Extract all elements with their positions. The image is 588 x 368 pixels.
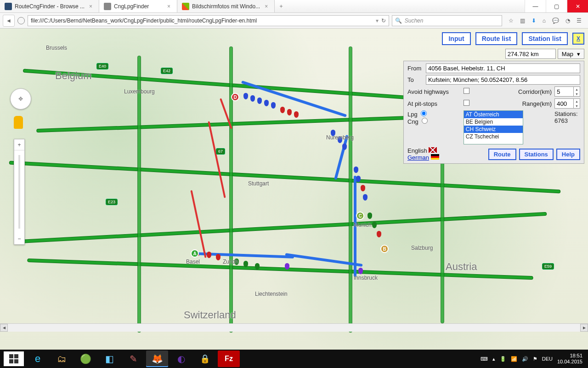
- city-label: Basel: [186, 259, 200, 265]
- country-option[interactable]: AT Österreich: [464, 111, 523, 118]
- search-icon: 🔍: [395, 17, 402, 24]
- help-button[interactable]: Help: [556, 149, 580, 160]
- lpg-radio[interactable]: [421, 110, 427, 116]
- tray-up-icon[interactable]: ▴: [492, 356, 495, 362]
- page-content: A B C D Belgium Switzerland Austria Brus…: [0, 29, 588, 350]
- address-bar[interactable]: file:///C:/Users/Bernd/NetBeans_work/Cng…: [28, 15, 389, 26]
- back-button[interactable]: ◄: [3, 15, 15, 27]
- waypoint-c[interactable]: C: [356, 212, 364, 220]
- city-label: Salzburg: [411, 245, 433, 251]
- english-link[interactable]: English: [407, 147, 427, 154]
- maximize-button[interactable]: ▢: [546, 0, 567, 12]
- map-type-select[interactable]: Map ▾: [558, 49, 584, 59]
- country-option[interactable]: CH Schweiz: [464, 126, 523, 133]
- corridor-stepper[interactable]: ▲▼: [554, 86, 580, 97]
- browser-tab[interactable]: CngLpgFinder ×: [99, 0, 177, 12]
- corridor-input[interactable]: [555, 87, 573, 96]
- browser-tab[interactable]: RouteCngFinder - Browse ... ×: [0, 0, 99, 12]
- route-list-button[interactable]: Route list: [475, 32, 518, 45]
- zoom-out-button[interactable]: −: [14, 233, 24, 244]
- reader-icon[interactable]: ▥: [520, 17, 525, 24]
- url-text: file:///C:/Users/Bernd/NetBeans_work/Cng…: [31, 17, 257, 24]
- waypoint-a[interactable]: A: [191, 249, 199, 258]
- language-indicator[interactable]: DEU: [542, 356, 553, 362]
- from-input[interactable]: [426, 63, 580, 73]
- cng-label: Cng: [407, 118, 418, 125]
- dropdown-icon[interactable]: ▾: [376, 17, 379, 24]
- route-button[interactable]: Route: [488, 149, 516, 160]
- station-list-button[interactable]: Station list: [522, 32, 568, 45]
- taskbar-app-firefox[interactable]: 🦊: [146, 351, 168, 367]
- close-icon[interactable]: ×: [263, 3, 270, 10]
- country-option[interactable]: BE Belgien: [464, 118, 523, 126]
- country-listbox[interactable]: AT Österreich BE Belgien CH Schweiz CZ T…: [464, 110, 523, 144]
- volume-icon[interactable]: 🔊: [522, 356, 528, 362]
- uk-flag-icon: [429, 147, 437, 153]
- network-icon[interactable]: 📶: [511, 356, 517, 362]
- zoom-slider[interactable]: [14, 150, 24, 233]
- zoom-in-button[interactable]: +: [14, 139, 24, 150]
- svg-rect-0: [9, 354, 13, 358]
- taskbar-app-ie[interactable]: e: [27, 351, 49, 367]
- chat-icon[interactable]: 💬: [552, 17, 559, 24]
- taskbar-app-chrome[interactable]: 🟢: [74, 351, 96, 367]
- minimize-button[interactable]: —: [525, 0, 546, 12]
- zoom-control: + −: [14, 139, 25, 245]
- clock-time[interactable]: 18:51: [557, 353, 582, 359]
- close-button[interactable]: ✕: [567, 0, 588, 12]
- taskbar-app-lock[interactable]: 🔒: [194, 351, 216, 367]
- input-button[interactable]: Input: [442, 32, 470, 45]
- scroll-right-icon[interactable]: ▸: [580, 324, 588, 332]
- toolbar-icons: ☆ ▥ ⬇ ⌂ 💬 ◔ ☰: [505, 17, 585, 24]
- pitstops-checkbox[interactable]: [464, 100, 469, 106]
- clock-date[interactable]: 10.04.2015: [557, 359, 582, 365]
- input-panel: From To Avoid highways Corridor(km) ▲▼: [403, 61, 584, 164]
- bookmark-icon[interactable]: ☆: [509, 17, 514, 24]
- taskbar-app-eclipse[interactable]: ◐: [170, 351, 192, 367]
- city-label: Liechtenstein: [255, 291, 288, 297]
- flag-icon[interactable]: ⚑: [533, 356, 537, 362]
- overlay-toolbar: Input Route list Station list X: [442, 32, 584, 45]
- taskbar-app-netbeans[interactable]: ◧: [98, 351, 120, 367]
- cng-radio[interactable]: [422, 118, 428, 124]
- country-option[interactable]: CZ Tschechei: [464, 133, 523, 140]
- waypoint-b[interactable]: B: [380, 245, 389, 253]
- taskbar-app-filezilla[interactable]: Fz: [218, 351, 240, 367]
- close-overlay-button[interactable]: X: [572, 33, 584, 45]
- download-icon[interactable]: ⬇: [531, 17, 536, 24]
- range-stepper[interactable]: ▲▼: [554, 98, 580, 109]
- close-icon[interactable]: ×: [87, 3, 94, 10]
- tab-label: CngLpgFinder: [114, 3, 163, 10]
- range-input[interactable]: [555, 99, 573, 108]
- map-canvas[interactable]: A B C D Belgium Switzerland Austria Brus…: [0, 29, 588, 350]
- home-icon[interactable]: ⌂: [543, 17, 546, 24]
- taskbar-app-generic[interactable]: ✎: [122, 351, 144, 367]
- pocket-icon[interactable]: ◔: [565, 17, 570, 24]
- keyboard-icon[interactable]: ⌨: [481, 356, 488, 362]
- scroll-left-icon[interactable]: ◂: [0, 324, 8, 332]
- avoid-highways-checkbox[interactable]: [464, 88, 469, 94]
- battery-icon[interactable]: 🔋: [500, 356, 506, 362]
- stations-count: 6763: [554, 117, 580, 124]
- waypoint-d[interactable]: D: [231, 93, 239, 101]
- start-button[interactable]: [3, 351, 25, 367]
- pan-control[interactable]: ✥: [10, 88, 31, 109]
- stations-button[interactable]: Stations: [519, 149, 554, 160]
- search-bar[interactable]: 🔍 Suchen: [392, 15, 502, 26]
- close-icon[interactable]: ×: [165, 3, 172, 10]
- pegman-icon[interactable]: [14, 116, 23, 129]
- menu-icon[interactable]: ☰: [577, 17, 582, 24]
- svg-rect-1: [14, 354, 18, 358]
- taskbar-app-explorer[interactable]: 🗂: [51, 351, 73, 367]
- city-label: Munich: [354, 222, 372, 228]
- german-link[interactable]: German: [407, 154, 429, 161]
- reload-icon[interactable]: ↻: [381, 17, 386, 24]
- lpg-label: Lpg: [407, 111, 418, 118]
- distance-field[interactable]: [505, 49, 556, 59]
- favicon-icon: [5, 3, 12, 10]
- map-type-label: Map: [562, 51, 573, 58]
- horizontal-scrollbar[interactable]: ◂ ▸: [0, 323, 588, 331]
- to-input[interactable]: [426, 75, 580, 85]
- new-tab-button[interactable]: ＋: [275, 0, 288, 12]
- browser-tab[interactable]: Bildschirmfotos mit Windo... ×: [177, 0, 275, 12]
